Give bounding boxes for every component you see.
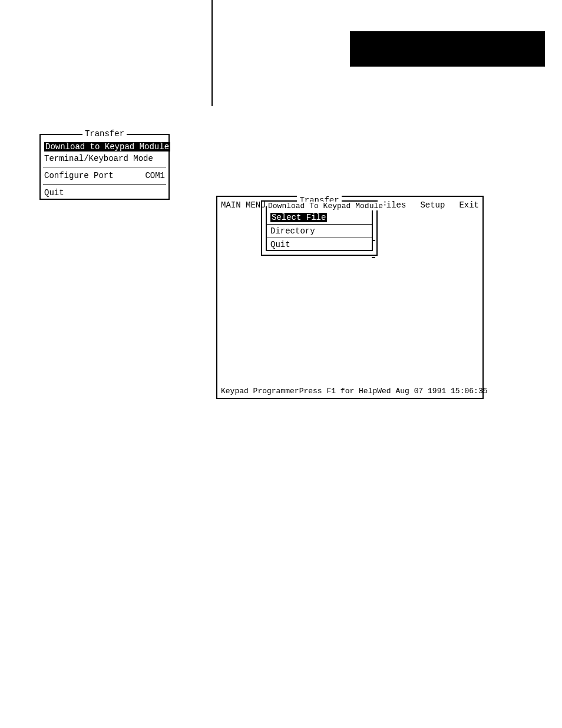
configure-port-value: COM1 xyxy=(145,171,165,180)
status-datetime: Wed Aug 07 1991 15:06:35 xyxy=(377,387,487,396)
main-window: MAIN MENU: Files Setup Exit Transfer Dow… xyxy=(216,196,484,399)
inner-transfer-frame: Transfer Download To Keypad Module Selec… xyxy=(261,200,378,256)
transfer-download-item[interactable]: Download to Keypad Module xyxy=(41,141,174,153)
download-directory-item[interactable]: Directory xyxy=(267,226,372,236)
status-help-hint: Press F1 for Help xyxy=(299,387,378,396)
separator xyxy=(43,184,166,185)
separator xyxy=(43,167,166,167)
menu-files[interactable]: Files xyxy=(381,200,406,210)
vertical-rule xyxy=(211,0,213,106)
separator xyxy=(267,238,372,238)
download-select-file-item[interactable]: Select File xyxy=(267,212,372,223)
transfer-quit-item[interactable]: Quit xyxy=(41,187,168,199)
tick xyxy=(372,240,375,241)
inner-download-title: Download To Keypad Module xyxy=(267,202,372,210)
configure-port-label: Configure Port xyxy=(44,171,114,180)
transfer-menu-frame: Transfer Download to Keypad Module Termi… xyxy=(39,134,170,200)
status-bar: Keypad Programmer Press F1 for Help Wed … xyxy=(221,387,479,396)
inner-download-frame: Download To Keypad Module Select File Di… xyxy=(266,206,373,251)
header-black-box xyxy=(350,31,545,67)
transfer-configure-port-item[interactable]: Configure Port COM1 xyxy=(41,170,168,182)
menu-setup[interactable]: Setup xyxy=(420,200,445,210)
status-app-name: Keypad Programmer xyxy=(221,387,299,396)
menu-exit[interactable]: Exit xyxy=(459,200,479,210)
download-quit-item[interactable]: Quit xyxy=(267,239,372,250)
tick xyxy=(372,257,375,258)
separator xyxy=(267,224,372,225)
transfer-terminal-item[interactable]: Terminal/Keyboard Mode xyxy=(41,153,168,164)
transfer-menu-title: Transfer xyxy=(41,129,168,139)
